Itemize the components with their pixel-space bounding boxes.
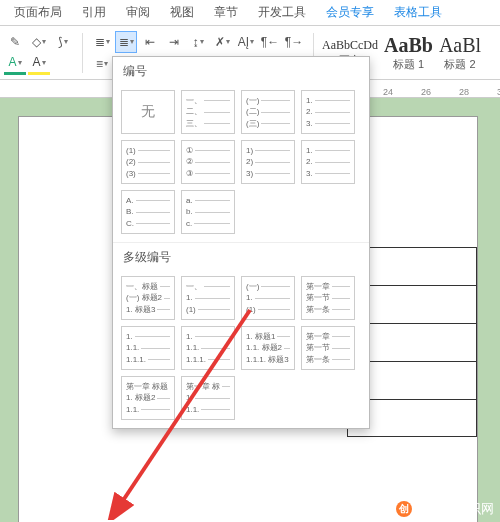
style-heading1[interactable]: AaBb 标题 1 (384, 34, 433, 72)
watermark-text: 爱创根知识网 (416, 500, 494, 518)
numbering-option[interactable]: 1)2)3) (241, 140, 295, 184)
numbering-option[interactable]: 1. 标题11.1. 标题21.1.1. 标题3 (241, 326, 295, 370)
tab-developer[interactable]: 开发工具 (248, 0, 316, 25)
numbering-option[interactable]: (一)(二)(三) (241, 90, 295, 134)
align-icon[interactable]: ≡ (91, 53, 113, 75)
alpha-icon[interactable]: AĮ (235, 31, 257, 53)
pilcrow-left-icon[interactable]: ¶← (259, 31, 281, 53)
numbering-button[interactable]: ≣ (115, 31, 137, 53)
numbering-option[interactable]: 第一章第一节第一条 (301, 326, 355, 370)
numbering-option[interactable]: 第一章第一节第一条 (301, 276, 355, 320)
tab-bar: 页面布局 引用 审阅 视图 章节 开发工具 会员专享 表格工具 (0, 0, 500, 26)
style-h1-label: 标题 1 (393, 57, 424, 72)
tab-member[interactable]: 会员专享 (316, 0, 384, 25)
numbering-dropdown: 编号 无 一、二、三、(一)(二)(三)1.2.3.(1)(2)(3)①②③1)… (112, 56, 370, 429)
tab-review[interactable]: 审阅 (116, 0, 160, 25)
ruler-tick: 24 (383, 87, 393, 97)
indent-decrease-icon[interactable]: ⇤ (139, 31, 161, 53)
numbering-option[interactable]: (一)1.(1) (241, 276, 295, 320)
numbering-option[interactable]: 1.1.1.1.1.1. (181, 326, 235, 370)
watermark-logo-icon: 创 (396, 501, 412, 517)
style-h1-sample: AaBb (384, 34, 433, 57)
tab-section[interactable]: 章节 (204, 0, 248, 25)
ribbon-group-clipboard: ✎ ◇ ⟆ A A (0, 29, 78, 77)
numbering-option[interactable]: 第一章 标1.1.1. (181, 376, 235, 420)
numbering-grid: 无 一、二、三、(一)(二)(三)1.2.3.(1)(2)(3)①②③1)2)3… (113, 86, 369, 242)
numbering-option[interactable]: A.B.C. (121, 190, 175, 234)
watermark: 创 爱创根知识网 (396, 500, 494, 518)
dropdown-header-numbering: 编号 (113, 57, 369, 86)
sort-icon[interactable]: ↨ (187, 31, 209, 53)
multilevel-grid: 一、标题(一) 标题21. 标题3一、1.(1)(一)1.(1)第一章第一节第一… (113, 272, 369, 428)
style-h2-label: 标题 2 (444, 57, 475, 72)
style-heading2[interactable]: AaBl 标题 2 (439, 34, 481, 72)
bullets-icon[interactable]: ≣ (91, 31, 113, 53)
numbering-option[interactable]: a.b.c. (181, 190, 235, 234)
numbering-option[interactable]: 1.1.1.1.1.1. (121, 326, 175, 370)
pilcrow-right-icon[interactable]: ¶→ (283, 31, 305, 53)
tab-view[interactable]: 视图 (160, 0, 204, 25)
clear-icon[interactable]: ✗ (211, 31, 233, 53)
numbering-option[interactable]: 一、标题(一) 标题21. 标题3 (121, 276, 175, 320)
numbering-option[interactable]: (1)(2)(3) (121, 140, 175, 184)
numbering-option[interactable]: ①②③ (181, 140, 235, 184)
format-painter-icon[interactable]: ✎ (4, 31, 26, 53)
dropdown-header-multilevel: 多级编号 (113, 242, 369, 272)
numbering-option[interactable]: 一、1.(1) (181, 276, 235, 320)
tab-table-tools[interactable]: 表格工具 (384, 0, 452, 25)
style-h2-sample: AaBl (439, 34, 481, 57)
numbering-option[interactable]: 一、二、三、 (181, 90, 235, 134)
ruler-tick: 28 (459, 87, 469, 97)
tab-references[interactable]: 引用 (72, 0, 116, 25)
tab-layout[interactable]: 页面布局 (4, 0, 72, 25)
separator (82, 33, 83, 73)
diamond-icon[interactable]: ◇ (28, 31, 50, 53)
style-normal-sample: AaBbCcDd (322, 38, 378, 53)
numbering-none[interactable]: 无 (121, 90, 175, 134)
font-color-icon[interactable]: A (4, 53, 26, 75)
indent-increase-icon[interactable]: ⇥ (163, 31, 185, 53)
highlight-icon[interactable]: A (28, 53, 50, 75)
numbering-option[interactable]: 第一章 标题1. 标题21.1. (121, 376, 175, 420)
ruler-tick: 26 (421, 87, 431, 97)
numbering-option[interactable]: 1.2.3. (301, 140, 355, 184)
brush-icon[interactable]: ⟆ (52, 31, 74, 53)
numbering-option[interactable]: 1.2.3. (301, 90, 355, 134)
